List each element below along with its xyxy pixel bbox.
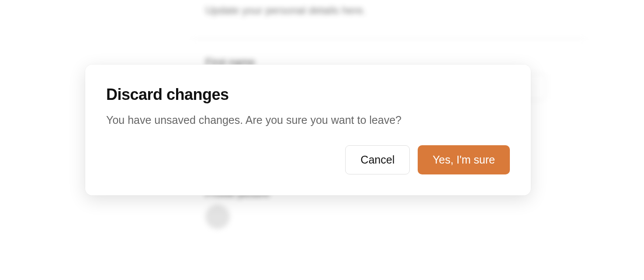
modal-body-text: You have unsaved changes. Are you sure y…: [106, 113, 510, 128]
discard-changes-modal: Discard changes You have unsaved changes…: [85, 65, 531, 195]
confirm-button[interactable]: Yes, I'm sure: [418, 145, 510, 174]
modal-overlay: Discard changes You have unsaved changes…: [0, 0, 644, 280]
modal-actions: Cancel Yes, I'm sure: [106, 145, 510, 174]
modal-title: Discard changes: [106, 85, 510, 104]
cancel-button[interactable]: Cancel: [345, 145, 410, 174]
